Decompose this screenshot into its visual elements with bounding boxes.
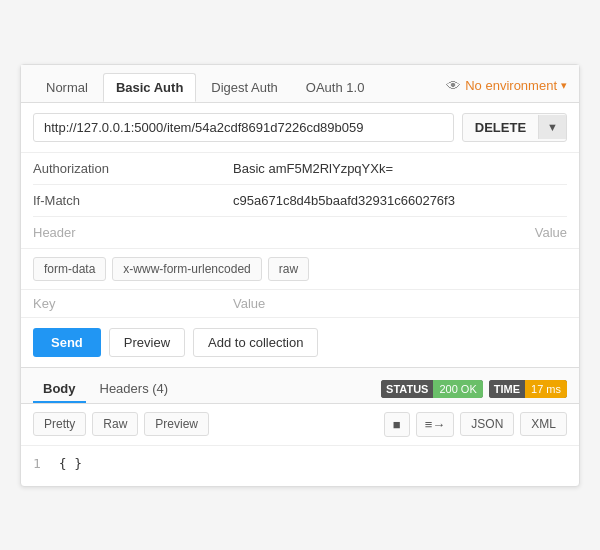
format-preview[interactable]: Preview <box>144 412 209 436</box>
value-placeholder: Value <box>535 225 567 240</box>
env-arrow-icon[interactable]: ▾ <box>561 79 567 92</box>
tab-bar: Normal Basic Auth Digest Auth OAuth 1.0 … <box>21 65 579 103</box>
auth-field-value-1: c95a671c8d4b5baafd32931c660276f3 <box>233 193 455 208</box>
main-container: Normal Basic Auth Digest Auth OAuth 1.0 … <box>20 64 580 487</box>
format-xml[interactable]: XML <box>520 412 567 436</box>
format-pretty[interactable]: Pretty <box>33 412 86 436</box>
auth-field-row-0: Authorization Basic amF5M2RlYzpqYXk= <box>33 153 567 185</box>
auth-fields-section: Authorization Basic amF5M2RlYzpqYXk= If-… <box>21 153 579 249</box>
header-placeholder-row: Header Value <box>33 217 567 248</box>
time-badge: TIME 17 ms <box>489 380 567 398</box>
send-button[interactable]: Send <box>33 328 101 357</box>
environment-selector[interactable]: No environment <box>465 78 557 93</box>
resp-tab-body[interactable]: Body <box>33 376 86 403</box>
method-button[interactable]: DELETE <box>463 114 538 141</box>
form-type-form-data[interactable]: form-data <box>33 257 106 281</box>
response-body: 1 { } <box>21 446 579 486</box>
status-value: 200 OK <box>433 380 482 398</box>
add-to-collection-button[interactable]: Add to collection <box>193 328 318 357</box>
form-type-urlencoded[interactable]: x-www-form-urlencoded <box>112 257 261 281</box>
header-placeholder: Header <box>33 225 76 240</box>
key-label: Key <box>33 296 233 311</box>
format-raw[interactable]: Raw <box>92 412 138 436</box>
format-json[interactable]: JSON <box>460 412 514 436</box>
form-type-raw[interactable]: raw <box>268 257 309 281</box>
tab-basic-auth[interactable]: Basic Auth <box>103 73 196 102</box>
auth-field-label-0: Authorization <box>33 161 233 176</box>
wrap-icon-button[interactable]: ■ <box>384 412 410 437</box>
value-label: Value <box>233 296 265 311</box>
tab-digest-auth[interactable]: Digest Auth <box>198 73 291 102</box>
auth-field-row-1: If-Match c95a671c8d4b5baafd32931c660276f… <box>33 185 567 217</box>
response-body-content: { } <box>59 456 82 471</box>
preview-button[interactable]: Preview <box>109 328 185 357</box>
tab-normal[interactable]: Normal <box>33 73 101 102</box>
url-input[interactable] <box>33 113 454 142</box>
wrap-icon: ■ <box>393 417 401 432</box>
response-format-bar: Pretty Raw Preview ■ ≡→ JSON XML <box>21 404 579 446</box>
url-bar: DELETE ▼ <box>21 103 579 153</box>
time-label: TIME <box>489 380 525 398</box>
line-number: 1 <box>33 456 41 471</box>
status-badge: STATUS 200 OK <box>381 380 483 398</box>
tab-oauth[interactable]: OAuth 1.0 <box>293 73 378 102</box>
method-select: DELETE ▼ <box>462 113 567 142</box>
kv-row: Key Value <box>21 290 579 318</box>
action-bar: Send Preview Add to collection <box>21 318 579 368</box>
response-tab-bar: Body Headers (4) STATUS 200 OK TIME 17 m… <box>21 368 579 404</box>
indent-icon: ≡→ <box>425 417 446 432</box>
indent-icon-button[interactable]: ≡→ <box>416 412 455 437</box>
resp-tab-headers[interactable]: Headers (4) <box>90 376 179 403</box>
auth-field-value-0: Basic amF5M2RlYzpqYXk= <box>233 161 393 176</box>
auth-field-label-1: If-Match <box>33 193 233 208</box>
eye-icon: 👁 <box>446 77 461 94</box>
time-value: 17 ms <box>525 380 567 398</box>
method-dropdown-arrow[interactable]: ▼ <box>538 115 566 139</box>
form-type-bar: form-data x-www-form-urlencoded raw <box>21 249 579 290</box>
status-label: STATUS <box>381 380 433 398</box>
environment-area: 👁 No environment ▾ <box>446 77 567 98</box>
